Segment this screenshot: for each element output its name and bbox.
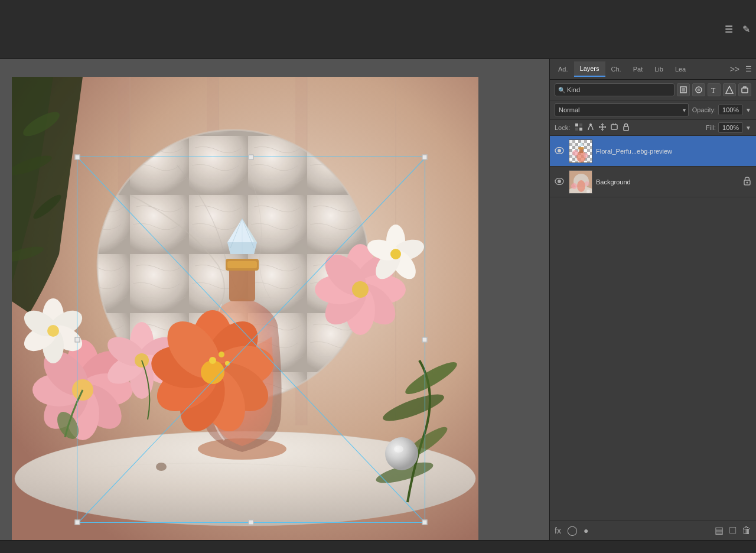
delete-layer-icon[interactable]: 🗑 [742,525,751,536]
layer-row[interactable]: Background [550,167,756,197]
filter-shape-icon[interactable] [723,83,736,96]
fill-chevron[interactable]: ▼ [745,125,751,131]
svg-point-83 [156,463,167,471]
tab-channels[interactable]: Ch. [605,62,627,76]
svg-rect-90 [682,88,685,92]
layers-panel: Ad. Layers Ch. Pat Lib Lea >> ☰ 🔍 T [549,59,756,540]
layer-lock-icon [743,176,751,187]
svg-rect-101 [611,125,617,129]
blend-mode-select[interactable]: Normal Dissolve Darken Multiply Screen O… [555,103,689,116]
blend-mode-select-wrap: Normal Dissolve Darken Multiply Screen O… [555,103,689,116]
fill-label: Fill: [706,124,716,131]
svg-point-123 [558,180,561,183]
tab-libraries[interactable]: Lib [649,62,669,76]
layer-visibility-toggle[interactable] [555,177,565,187]
filter-pixel-icon[interactable] [677,83,690,96]
lock-label: Lock: [555,124,570,131]
search-icon: 🔍 [558,87,565,93]
svg-point-121 [584,153,588,158]
create-fill-adjustment-icon[interactable]: ● [584,526,588,535]
svg-point-127 [577,180,585,192]
layer-row[interactable]: Floral_Perfu...ebg-preview [550,136,756,167]
svg-point-132 [747,182,748,184]
filter-row: 🔍 T [550,80,756,100]
fill-control: Fill: 100% ▼ [706,122,751,133]
filter-type-icon[interactable]: T [708,83,721,96]
svg-point-50 [47,325,59,337]
status-bar [0,540,756,553]
add-layer-style-icon[interactable]: fx [555,526,561,535]
svg-rect-97 [579,123,582,126]
layer-name: Background [596,178,739,186]
layers-list: Floral_Perfu...ebg-preview [550,136,756,520]
canvas-svg [12,77,478,540]
svg-point-129 [585,181,589,186]
svg-point-70 [352,281,369,298]
opacity-value[interactable]: 100% [718,105,743,115]
svg-rect-96 [575,123,578,126]
svg-point-81 [385,437,418,470]
layer-thumbnail [569,139,592,163]
svg-rect-18 [229,266,255,301]
svg-point-85 [219,352,224,357]
svg-point-84 [209,357,216,364]
create-group-icon[interactable]: ▤ [715,525,724,536]
filter-search-wrap: 🔍 [555,83,674,96]
svg-rect-108 [569,140,575,146]
lock-paint-icon[interactable] [586,123,595,133]
panel-tabs-bar: Ad. Layers Ch. Pat Lib Lea >> ☰ [550,59,756,80]
svg-point-86 [225,361,230,366]
opacity-label: Opacity: [692,106,716,113]
lock-artboard-icon[interactable] [610,123,618,133]
svg-rect-98 [575,128,578,131]
svg-rect-115 [587,158,592,163]
lock-icons-group [575,123,630,133]
blend-opacity-row: Normal Dissolve Darken Multiply Screen O… [550,100,756,120]
svg-point-76 [390,249,401,259]
svg-rect-111 [587,146,592,152]
fill-value[interactable]: 100% [718,122,743,133]
top-bar-icons: ☰ ✎ [725,24,750,35]
filter-adjustment-icon[interactable] [692,83,705,96]
tab-learn[interactable]: Lea [669,62,692,76]
canvas-area [0,59,549,540]
tab-layers[interactable]: Layers [574,61,605,77]
svg-rect-99 [579,128,582,131]
create-new-layer-icon[interactable]: □ [729,524,736,536]
lock-all-icon[interactable] [622,123,630,133]
main-area: Ad. Layers Ch. Pat Lib Lea >> ☰ 🔍 T [0,59,756,540]
svg-point-92 [698,89,700,92]
filter-smart-object-icon[interactable] [738,83,751,96]
layer-thumbnail [569,170,592,194]
add-layer-mask-icon[interactable]: ◯ [567,525,578,536]
svg-point-128 [571,183,577,189]
opacity-control: Opacity: 100% ▼ [692,105,751,115]
brush-icon[interactable]: ✎ [742,24,750,35]
lock-pixels-icon[interactable] [575,123,583,133]
svg-rect-20 [227,261,257,268]
panel-tabs-more[interactable]: >> [726,64,743,74]
list-icon[interactable]: ☰ [725,24,733,35]
svg-point-82 [394,445,403,453]
panel-menu-icon[interactable]: ☰ [743,64,754,74]
tab-paths[interactable]: Pat [627,62,649,76]
svg-text:T: T [711,86,716,94]
svg-point-120 [572,150,578,156]
layer-name: Floral_Perfu...ebg-preview [596,148,751,155]
layers-bottom-toolbar: fx ◯ ● ▤ □ 🗑 [550,520,756,540]
svg-point-100 [589,123,592,126]
tab-adjustments[interactable]: Ad. [552,62,574,76]
svg-point-106 [558,149,561,152]
svg-rect-118 [578,147,584,149]
lock-move-icon[interactable] [598,123,607,133]
canvas-wrapper [12,77,478,540]
svg-point-130 [586,190,590,193]
layer-visibility-toggle[interactable] [555,147,565,156]
svg-rect-104 [624,126,628,131]
filter-search-input[interactable] [555,83,674,96]
opacity-chevron[interactable]: ▼ [745,107,751,113]
canvas-image[interactable] [12,77,478,540]
top-bar: ☰ ✎ [0,0,756,59]
svg-rect-95 [742,88,748,93]
svg-marker-94 [726,86,733,93]
